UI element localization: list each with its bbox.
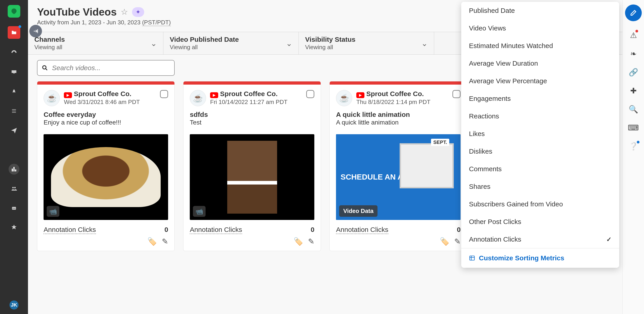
sort-metric-dropdown: Published DateVideo ViewsEstimated Minut… (461, 2, 619, 268)
notification-dot (18, 25, 21, 28)
youtube-icon: ▶ (210, 92, 218, 98)
chevron-down-icon: ⌄ (150, 39, 157, 48)
sort-option[interactable]: Average View Percentage (461, 72, 619, 90)
search-rail-icon[interactable]: 🔍 (629, 105, 638, 114)
stat-label[interactable]: Annotation Clicks (190, 226, 242, 234)
pin-icon[interactable] (8, 86, 20, 97)
listening-icon[interactable] (8, 144, 20, 155)
sort-option[interactable]: Annotation Clicks✓ (461, 230, 619, 248)
account-name[interactable]: Sprout Coffee Co. (366, 90, 424, 98)
alert-icon[interactable]: ⚠ (630, 31, 637, 40)
sort-option[interactable]: Published Date (461, 2, 619, 20)
link-icon[interactable]: 🔗 (629, 68, 638, 77)
platform-stripe (184, 82, 321, 84)
calendar-graphic (400, 143, 454, 188)
account-avatar: ☕ (336, 90, 352, 106)
video-indicator-icon: 📹 (47, 206, 59, 217)
dashboard-icon[interactable] (8, 47, 20, 58)
video-title: Coffee everyday (44, 111, 168, 118)
tag-icon[interactable]: 🏷️ (294, 237, 303, 246)
repost-icon[interactable]: ✎ (308, 237, 314, 246)
expand-sidebar-button[interactable] (29, 25, 42, 38)
account-avatar: ☕ (44, 90, 60, 106)
svg-point-10 (43, 66, 46, 69)
account-name[interactable]: Sprout Coffee Co. (74, 90, 131, 98)
keyboard-icon[interactable]: ⌨ (628, 123, 639, 132)
activity-subtitle: Activity from Jun 1, 2023 - Jun 30, 2023… (37, 19, 170, 26)
video-thumbnail[interactable]: SCHEDULE AN APPOINTMENT SEPT. Video Data (336, 134, 460, 220)
youtube-icon: ▶ (356, 92, 364, 98)
tag-icon[interactable]: 🏷️ (147, 237, 157, 246)
video-thumbnail[interactable]: 📹 (44, 134, 168, 220)
chevron-down-icon: ⌄ (286, 39, 292, 48)
search-icon (42, 64, 48, 71)
reports-icon[interactable] (8, 164, 20, 174)
video-description: Enjoy a nice cup of coffee!!! (44, 119, 168, 126)
repost-icon[interactable]: ✎ (162, 237, 168, 246)
search-input[interactable] (52, 64, 170, 72)
stat-label[interactable]: Annotation Clicks (44, 226, 96, 234)
help-icon[interactable]: ❔ (629, 142, 638, 151)
user-avatar[interactable]: JK (10, 300, 18, 310)
page-title: YouTube Videos (37, 6, 117, 18)
people-icon[interactable] (8, 183, 20, 194)
filter-visibility[interactable]: Visibility Status Viewing all ⌄ (299, 32, 434, 54)
card-select-checkbox[interactable] (452, 90, 460, 98)
account-avatar: ☕ (190, 90, 206, 106)
sort-option[interactable]: Estimated Minutes Watched (461, 37, 619, 54)
publishing-icon[interactable] (8, 125, 20, 136)
card-select-checkbox[interactable] (160, 90, 168, 98)
right-utility-rail: ⚠ ❧ 🔗 ✚ 🔍 ⌨ ❔ (622, 0, 644, 314)
video-data-overlay[interactable]: Video Data (339, 205, 378, 217)
sept-label: SEPT. (431, 139, 449, 146)
sort-option[interactable]: Average View Duration (461, 54, 619, 72)
feed-icon[interactable] (8, 106, 20, 116)
help-dot (637, 141, 640, 144)
thumbnail-art (227, 141, 277, 214)
stat-value: 0 (457, 226, 461, 234)
customize-sorting-metrics[interactable]: Customize Sorting Metrics (461, 248, 619, 268)
filter-published-date[interactable]: Video Published Date Viewing all ⌄ (163, 32, 299, 54)
stat-value: 0 (164, 226, 168, 234)
sort-option[interactable]: Other Post Clicks (461, 213, 619, 230)
svg-point-0 (12, 187, 14, 188)
video-card: ☕ ▶Sprout Coffee Co. Fri 10/14/2022 11:2… (183, 81, 321, 251)
video-thumbnail[interactable]: 📹 (190, 134, 314, 220)
svg-point-1 (14, 187, 16, 188)
alert-dot (636, 30, 638, 32)
filter-visibility-sub: Viewing all (305, 44, 356, 51)
sort-option[interactable]: Dislikes (461, 142, 619, 160)
star-nav-icon[interactable] (8, 222, 20, 233)
video-timestamp: Wed 3/31/2021 8:46 am PDT (64, 98, 140, 106)
sort-option[interactable]: Shares (461, 178, 619, 195)
ai-suggestions-pill[interactable]: ✦ (132, 7, 144, 17)
check-icon: ✓ (606, 236, 612, 243)
bot-icon[interactable] (8, 202, 20, 214)
filter-visibility-label: Visibility Status (305, 36, 356, 43)
sort-option[interactable]: Video Views (461, 20, 619, 37)
filter-channels[interactable]: Channels Viewing all ⌄ (28, 32, 163, 54)
workspace-folder[interactable] (8, 26, 20, 39)
repost-icon[interactable]: ✎ (454, 237, 460, 246)
stat-label[interactable]: Annotation Clicks (336, 226, 388, 234)
card-select-checkbox[interactable] (306, 90, 314, 98)
sort-option[interactable]: Engagements (461, 90, 619, 107)
compose-button[interactable] (625, 4, 642, 21)
leaf-icon[interactable]: ❧ (630, 49, 636, 58)
video-card: ☕ ▶Sprout Coffee Co. Thu 8/18/2022 1:14 … (330, 81, 467, 251)
add-icon[interactable]: ✚ (630, 86, 636, 95)
sprout-logo[interactable] (8, 5, 20, 18)
sort-option[interactable]: Comments (461, 160, 619, 178)
tag-icon[interactable]: 🏷️ (440, 237, 449, 246)
sort-option[interactable]: Likes (461, 125, 619, 142)
chevron-down-icon: ⌄ (421, 39, 428, 48)
sort-option[interactable]: Reactions (461, 107, 619, 125)
sort-option[interactable]: Subscribers Gained from Video (461, 195, 619, 213)
video-timestamp: Fri 10/14/2022 11:27 am PDT (210, 98, 288, 106)
inbox-icon[interactable] (8, 67, 20, 78)
video-timestamp: Thu 8/18/2022 1:14 pm PDT (356, 98, 430, 106)
video-description: A quick little animation (336, 119, 460, 126)
search-box[interactable] (37, 60, 175, 76)
favorite-star-icon[interactable]: ☆ (121, 7, 128, 17)
account-name[interactable]: Sprout Coffee Co. (220, 90, 278, 98)
